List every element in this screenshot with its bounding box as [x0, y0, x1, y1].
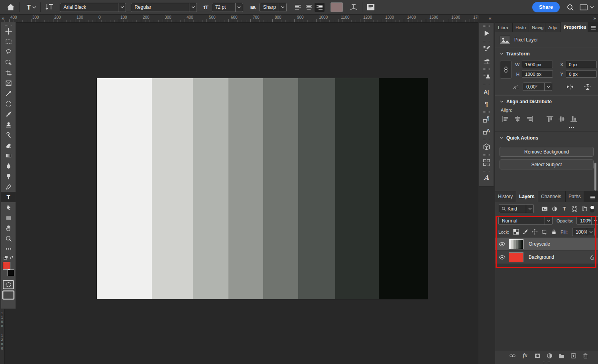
layer-effects-icon[interactable]: fx — [521, 353, 529, 359]
pen-tool[interactable] — [1, 181, 16, 192]
character-panel-button[interactable]: A| — [479, 86, 494, 98]
font-family-select[interactable]: Arial Black — [60, 3, 126, 12]
quick-mask-button[interactable] — [1, 279, 16, 290]
dock-grip[interactable] — [483, 138, 490, 140]
align-right-button[interactable] — [315, 3, 325, 12]
crop-tool[interactable] — [1, 67, 16, 78]
visibility-eye-icon[interactable] — [495, 255, 509, 260]
character-styles-panel-button[interactable]: A — [479, 125, 494, 137]
foreground-color-swatch[interactable] — [3, 262, 10, 270]
new-layer-icon[interactable] — [570, 353, 576, 359]
history-brush-tool[interactable] — [1, 130, 16, 140]
blend-mode-select[interactable]: Normal — [498, 216, 553, 225]
tab-properties[interactable]: Properties — [561, 22, 588, 32]
flip-vertical-icon[interactable] — [583, 83, 592, 90]
chevron-down-icon[interactable] — [32, 6, 36, 9]
clone-stamp-tool[interactable] — [1, 119, 16, 130]
filter-shape-layers-icon[interactable] — [569, 205, 579, 213]
height-field[interactable]: 1000 px — [522, 70, 553, 78]
text-orientation-icon[interactable] — [45, 3, 53, 11]
toolbar-grip[interactable] — [5, 24, 12, 26]
actions-panel-button[interactable] — [479, 27, 494, 39]
font-size-select[interactable]: 72 pt — [212, 3, 243, 12]
lock-all-icon[interactable] — [551, 229, 557, 235]
tab-libraries[interactable]: Libra — [495, 23, 513, 32]
hand-tool[interactable] — [1, 223, 16, 233]
dock-grip[interactable] — [483, 40, 490, 42]
eyedropper-tool[interactable] — [1, 88, 16, 98]
flip-horizontal-icon[interactable] — [566, 83, 574, 90]
chevron-down-icon[interactable] — [590, 6, 594, 9]
tab-history[interactable]: History — [495, 191, 516, 202]
lock-artboard-icon[interactable] — [541, 229, 547, 235]
lock-position-icon[interactable] — [532, 229, 538, 235]
type-tool[interactable]: T — [1, 192, 16, 202]
font-style-select[interactable]: Regular — [131, 3, 197, 12]
fill-select[interactable]: 100% — [572, 228, 595, 236]
layer-name[interactable]: Greyscale — [529, 241, 598, 247]
link-dimensions-button[interactable] — [500, 61, 511, 79]
type-tool-indicator-icon[interactable]: T — [27, 4, 31, 11]
quick-actions-section-header[interactable]: Quick Actions — [495, 132, 598, 144]
move-tool[interactable] — [1, 26, 16, 36]
dock-grip[interactable] — [483, 154, 490, 156]
lock-pixels-icon[interactable] — [522, 229, 528, 235]
clone-source-panel-button[interactable] — [479, 70, 494, 82]
layer-row-background[interactable]: Background — [495, 251, 598, 264]
filter-smart-objects-icon[interactable] — [579, 205, 589, 213]
eraser-tool[interactable] — [1, 140, 16, 150]
dock-grip[interactable] — [483, 25, 490, 27]
tab-histogram[interactable]: Histo — [513, 23, 529, 32]
object-selection-tool[interactable] — [1, 57, 16, 67]
dodge-tool[interactable] — [1, 171, 16, 181]
background-color-swatch[interactable] — [8, 270, 14, 276]
visibility-eye-icon[interactable] — [495, 242, 509, 246]
rectangle-tool[interactable] — [1, 212, 16, 223]
align-left-edges-icon[interactable] — [502, 116, 509, 122]
select-subject-button[interactable]: Select Subject — [500, 159, 594, 169]
tab-adjustments[interactable]: Adju — [545, 23, 561, 32]
zoom-tool[interactable] — [1, 233, 16, 244]
remove-background-button[interactable]: Remove Background — [500, 147, 594, 157]
align-right-edges-icon[interactable] — [526, 116, 533, 122]
tab-layers[interactable]: Layers — [516, 191, 538, 202]
pattern-panel-button[interactable] — [479, 156, 494, 168]
align-left-button[interactable] — [293, 3, 303, 12]
home-icon[interactable] — [6, 3, 15, 11]
glyphs-panel-button[interactable]: A — [479, 172, 494, 184]
swap-colors-icon[interactable] — [3, 255, 14, 261]
align-vertical-centers-icon[interactable] — [558, 116, 566, 122]
anti-alias-select[interactable]: Sharp — [260, 3, 287, 12]
document-canvas[interactable] — [97, 78, 428, 299]
align-top-edges-icon[interactable] — [546, 116, 554, 122]
panels-collapse-icon[interactable]: » — [593, 16, 596, 21]
tab-paths[interactable]: Paths — [566, 191, 584, 202]
width-field[interactable]: 1500 px — [522, 61, 553, 68]
share-button[interactable]: Share — [532, 2, 560, 12]
x-field[interactable]: 0 px — [566, 61, 597, 68]
greyscale-layer-thumbnail[interactable] — [509, 239, 523, 249]
new-group-icon[interactable] — [559, 353, 565, 359]
panel-resize-grip[interactable] — [495, 361, 598, 364]
dock-grip[interactable] — [483, 111, 490, 113]
dock-grip[interactable] — [483, 169, 490, 171]
tab-navigator[interactable]: Navig — [529, 23, 545, 32]
edit-toolbar-button[interactable] — [1, 244, 16, 254]
filter-adjustment-layers-icon[interactable] — [549, 205, 559, 213]
filter-pixel-layers-icon[interactable] — [539, 205, 549, 213]
paragraph-styles-panel-button[interactable]: ¶ — [479, 113, 494, 125]
layer-row-greyscale[interactable]: Greyscale — [495, 238, 598, 251]
opacity-select[interactable]: 100% — [576, 216, 598, 225]
brush-settings-panel-button[interactable] — [479, 43, 494, 55]
path-selection-tool[interactable] — [1, 202, 16, 212]
search-icon[interactable] — [567, 4, 574, 11]
brush-tool[interactable] — [1, 109, 16, 119]
align-section-header[interactable]: Align and Distribute — [495, 96, 598, 108]
dock-grip[interactable] — [483, 68, 490, 70]
delete-layer-icon[interactable] — [582, 353, 588, 359]
lock-transparency-icon[interactable] — [513, 229, 519, 235]
panel-menu-icon[interactable] — [588, 193, 598, 202]
lasso-tool[interactable] — [1, 47, 16, 57]
link-layers-icon[interactable] — [509, 353, 515, 359]
align-center-button[interactable] — [304, 3, 314, 12]
